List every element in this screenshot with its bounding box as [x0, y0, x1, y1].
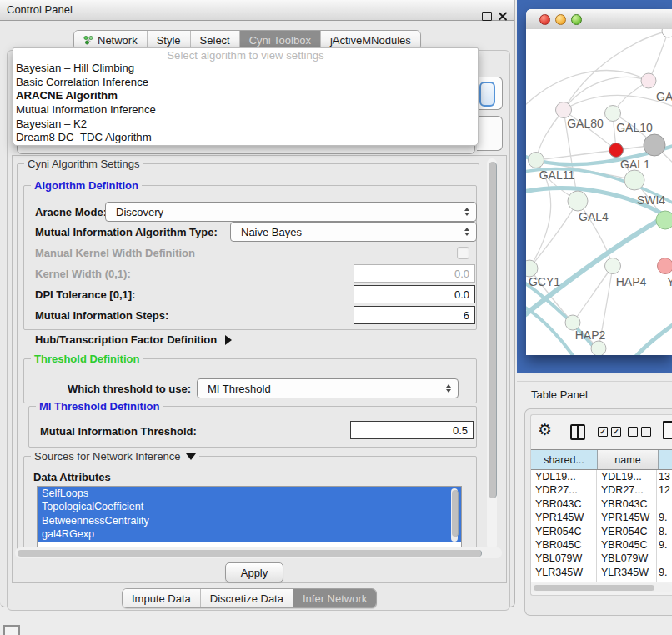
network-node-top-right[interactable]: [662, 29, 672, 38]
data-attributes-label: Data Attributes: [33, 471, 111, 483]
table-row[interactable]: YBL079WYBL079W: [531, 552, 672, 565]
dropdown-item-bayesian-k2[interactable]: Bayesian – K2: [13, 118, 478, 132]
tab-label: Select: [200, 34, 230, 47]
mi-steps-input[interactable]: 6: [354, 306, 475, 324]
which-threshold-select[interactable]: MI Threshold: [197, 378, 459, 398]
network-node-gray[interactable]: [644, 134, 665, 156]
table-horizontal-scrollbar[interactable]: [531, 583, 672, 592]
collapsed-arrow-icon: [225, 335, 232, 345]
network-node-gcy1[interactable]: [526, 260, 538, 277]
attribute-list[interactable]: SelfLoopsTopologicalCoefficientBetweenne…: [37, 486, 462, 548]
attribute-item-selfloops[interactable]: SelfLoops: [38, 487, 461, 500]
aracne-mode-label: Aracne Mode:: [35, 206, 107, 218]
network-node-hap4[interactable]: [605, 258, 621, 274]
attribute-item-gal4rgexp[interactable]: gal4RGexp: [38, 528, 461, 541]
table-cell: 13: [657, 470, 672, 483]
mi-threshold-definition-title: MI Threshold Definition: [36, 400, 163, 412]
tab-infer-network[interactable]: Infer Network: [293, 589, 376, 608]
network-node-gal80[interactable]: [556, 102, 572, 118]
hidden-combobox-fragment-2[interactable]: [477, 116, 503, 151]
tab-network[interactable]: Network: [74, 31, 147, 49]
network-node-gal10[interactable]: [605, 106, 621, 122]
dropdown-item-mutual-information-inference[interactable]: Mutual Information Inference: [13, 103, 478, 118]
table-cell: 12: [657, 483, 672, 497]
tab-style[interactable]: Style: [147, 31, 190, 49]
network-canvas[interactable]: GALGAL80GAL10GAL1GAL11SWI4GAL4GCY1HAP4YH…: [526, 29, 672, 355]
network-node-gal4[interactable]: [568, 191, 588, 211]
node-label: GAL4: [579, 210, 609, 223]
settings-vertical-scrollbar[interactable]: [487, 158, 497, 550]
table-panel-title: Table Panel: [531, 388, 588, 401]
table-cell: YER054C: [531, 525, 597, 538]
apply-button[interactable]: Apply: [225, 562, 283, 582]
table-row[interactable]: YLR345WYLR345W9.: [531, 566, 672, 579]
table-row[interactable]: YDL19...YDL19...13: [531, 470, 672, 483]
select-all-columns-icon[interactable]: ✓✓: [598, 427, 621, 437]
network-view-window: GALGAL80GAL10GAL1GAL11SWI4GAL4GCY1HAP4YH…: [526, 9, 672, 355]
network-node-gal1[interactable]: [609, 143, 624, 158]
tab-jactivemnodules[interactable]: jActiveMNodules: [320, 31, 420, 49]
zoom-traffic-button[interactable]: [571, 14, 582, 25]
attribute-list-scrollbar[interactable]: [451, 488, 458, 542]
network-node-gal-pink[interactable]: [641, 73, 656, 88]
attribute-item-betweennesscentrality[interactable]: BetweennessCentrality: [38, 514, 461, 528]
mi-type-label: Mutual Information Algorithm Type:: [35, 226, 218, 238]
minimize-traffic-button[interactable]: [555, 14, 566, 25]
kernel-width-input[interactable]: 0.0: [354, 264, 475, 282]
table-cell: 9.: [657, 538, 672, 552]
mi-threshold-input[interactable]: 0.5: [350, 421, 474, 439]
dropdown-item-aracne-algorithm[interactable]: ARACNE Algorithm: [13, 89, 478, 103]
manual-kernel-checkbox[interactable]: [457, 247, 469, 259]
settings-horizontal-scrollbar[interactable]: [15, 548, 502, 558]
new-table-icon[interactable]: [663, 421, 672, 439]
tab-select[interactable]: Select: [190, 31, 239, 49]
attribute-item-topologicalcoefficient[interactable]: TopologicalCoefficient: [38, 500, 461, 513]
mi-type-value: Naive Bayes: [241, 226, 302, 238]
table-row[interactable]: YIL052CYIL052C9: [531, 579, 672, 582]
dropdown-item-basic-correlation-inference[interactable]: Basic Correlation Inference: [13, 76, 478, 90]
which-threshold-value: MI Threshold: [208, 382, 271, 395]
tab-label: Cyni Toolbox: [249, 34, 311, 47]
deselect-all-columns-icon[interactable]: [628, 427, 651, 437]
column-header-shared[interactable]: shared...: [531, 450, 598, 469]
bottom-tab-bar: Impute DataDiscretize DataInfer Network: [122, 588, 377, 608]
tab-cyni-toolbox[interactable]: Cyni Toolbox: [239, 31, 320, 49]
table-cell: 9.: [657, 566, 672, 579]
network-node-green-right[interactable]: [656, 211, 672, 229]
dropdown-item-bayesian-hill-climbing[interactable]: Bayesian – Hill Climbing: [13, 62, 478, 76]
cyni-algorithm-settings-title: Cyni Algorithm Settings: [24, 158, 143, 170]
dropdown-item-dream8-dc-tdc-algorithm[interactable]: Dream8 DC_TDC Algorithm: [13, 131, 478, 145]
sources-toggle[interactable]: Sources for Network Inference: [31, 450, 199, 462]
column-header-col2[interactable]: [659, 450, 672, 469]
table-cell: YBR043C: [597, 498, 657, 511]
network-node-bottom[interactable]: [591, 341, 606, 355]
float-window-button[interactable]: [482, 12, 492, 21]
table-row[interactable]: YPR145WYPR145W9.: [531, 511, 672, 524]
column-header-name[interactable]: name: [598, 450, 659, 469]
table-row[interactable]: YBR043CYBR043C: [531, 498, 672, 511]
network-node-pink-right[interactable]: [658, 258, 672, 274]
close-icon[interactable]: [498, 11, 508, 21]
tab-impute-data[interactable]: Impute Data: [123, 589, 200, 608]
column-layout-icon[interactable]: [570, 424, 585, 440]
table-body: YDL19...YDL19...13YDR27...YDR27...12YBR0…: [531, 470, 672, 582]
node-label: GAL10: [616, 121, 653, 134]
combobox-spinner-button[interactable]: [479, 82, 495, 107]
dpi-tolerance-input[interactable]: 0.0: [354, 285, 475, 303]
hub-definition-label: Hub/Transcription Factor Definition: [35, 333, 217, 346]
network-node-swi4[interactable]: [624, 170, 644, 190]
gear-icon[interactable]: ⚙: [538, 421, 552, 439]
table-cell: YDR27...: [597, 483, 657, 497]
aracne-mode-select[interactable]: Discovery: [105, 202, 477, 222]
mi-algorithm-type-select[interactable]: Naive Bayes: [230, 222, 477, 242]
minimized-panel-icon[interactable]: [3, 625, 20, 635]
table-row[interactable]: YER054CYER054C8.: [531, 525, 672, 538]
table-row[interactable]: YBR045CYBR045C9.: [531, 538, 672, 552]
network-edge: [649, 31, 669, 81]
tab-discretize-data[interactable]: Discretize Data: [200, 589, 293, 608]
hub-definition-toggle[interactable]: Hub/Transcription Factor Definition: [35, 333, 232, 346]
node-label: Y: [667, 275, 672, 288]
table-row[interactable]: YDR27...YDR27...12: [531, 483, 672, 497]
network-node-gal11[interactable]: [529, 152, 544, 168]
close-traffic-button[interactable]: [539, 14, 550, 25]
